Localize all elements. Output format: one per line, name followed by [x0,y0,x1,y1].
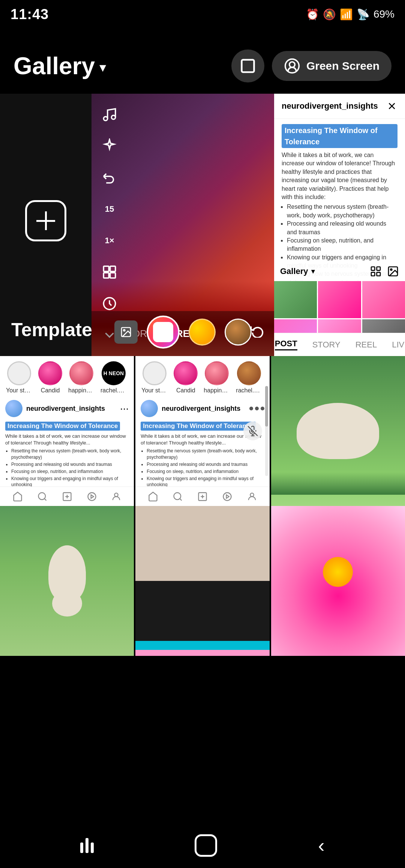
post-username: neurodivergent_insights [282,101,378,111]
candid-circle-mid[interactable] [174,361,198,385]
cat-body-upright [48,545,86,602]
music-toolbar-icon[interactable] [99,104,120,125]
avatar-small-2 [225,319,252,346]
timer-value-text: 15 [105,204,114,214]
record-button[interactable] [147,316,180,349]
mini-thumb-flower1[interactable] [318,281,361,318]
happiness-circle-mid[interactable] [205,361,229,385]
nav-menu-button[interactable] [80,838,94,853]
home-icon-mid [148,491,158,502]
nav-home-button[interactable] [195,834,217,857]
tab-post[interactable]: POST [275,339,297,350]
content-area: Templates [0,94,405,656]
effects-toolbar-icon[interactable] [99,136,120,157]
home-icon [12,491,23,502]
search-icon [37,491,48,502]
your-story-circle-mid[interactable] [142,361,166,385]
candid-story-circle[interactable] [38,361,62,385]
svg-point-33 [223,492,231,500]
cell-camera-view[interactable]: 15 1× [92,94,274,356]
nav-back-button[interactable]: ‹ [318,834,324,857]
ig-add-icon-btn[interactable] [60,490,74,503]
scroll-indicator [265,386,268,476]
svg-point-35 [250,493,254,496]
tab-post-live[interactable]: LIV [392,340,404,350]
gallery-mini-button[interactable] [114,320,138,344]
add-icon [25,200,66,241]
ig-profile-icon-mid[interactable] [245,490,259,503]
ig-search-icon-mid[interactable] [171,490,184,503]
ig-title-highlight-middle: Increasing The Window of Tolerance [141,422,255,431]
story-candid: Candid [38,361,62,394]
ig-home-icon-mid[interactable] [146,490,160,503]
ig-profile-icon-btn[interactable] [110,490,123,503]
avatar-small-1 [189,319,216,346]
image-icon [120,326,132,338]
svg-line-21 [44,498,46,500]
gallery-overlay-label: Gallery [280,266,308,276]
story-your-story-mid: Your story [141,361,168,394]
ig-more-button-left[interactable]: ··· [120,403,129,415]
gallery-chevron-icon: ▾ [311,267,315,275]
chevron-down-icon: ▾ [99,60,106,75]
gallery-title-group[interactable]: Gallery ▾ [14,52,106,80]
cell-split-bg [135,506,269,656]
square-icon-button[interactable] [231,49,264,82]
cell-add-templates[interactable]: Templates [0,94,92,356]
post-title-highlight: Increasing The Window of Tolerance [282,124,398,148]
happiness-story-circle[interactable] [69,361,93,385]
svg-marker-26 [91,495,93,498]
row2-grid: Your story Candid happinestne... H NEON … [0,356,405,506]
camera-toolbar: 15 1× [99,104,120,346]
wifi-icon: 📶 [340,8,353,21]
mini-thumb-cat[interactable] [274,281,317,318]
mute-badge[interactable] [243,422,262,440]
battery-indicator: 69% [374,8,394,20]
your-story-circle[interactable] [7,361,31,385]
ig-more-button-middle[interactable] [249,407,264,410]
cell-cat-upright [0,506,134,656]
ig-post-cell-left: Your story Candid happinestne... H NEON … [0,356,134,506]
story-name-happiness: happinestne... [68,387,94,394]
layout-toolbar-icon[interactable] [99,262,120,283]
dot1 [249,407,253,410]
nav-bar: ‹ [0,823,405,868]
reels-icon [87,491,97,502]
undo-icon [102,170,117,186]
ig-add-icon-mid[interactable] [196,490,209,503]
gallery-icon-1[interactable] [370,265,382,277]
ig-post-header-middle: neurodivergent_insights [135,398,269,419]
undo-toolbar-icon[interactable] [99,167,120,188]
story-your-story: Your story [6,361,32,394]
story-happiness-mid: happinestne... [204,361,230,394]
timer-toolbar-icon[interactable]: 15 [99,199,120,220]
speed-toolbar-icon[interactable]: 1× [99,230,120,251]
mini-thumb-flower2[interactable] [362,281,405,318]
music-note-icon [102,107,117,123]
ig-avatar-middle [141,400,158,417]
rachel-circle-mid[interactable] [237,361,261,385]
cat-lying-shape [297,403,379,459]
ig-home-icon[interactable] [11,490,24,503]
ig-reels-icon-btn[interactable] [85,490,99,503]
add-icon-mid [197,491,208,502]
ig-post-header-left: neurodivergent_insights ··· [0,398,134,419]
neon-story-circle[interactable]: H NEON [102,361,126,385]
svg-rect-7 [104,273,109,278]
status-icons: ⏰ 🔕 📶 📡 69% [306,8,394,21]
ig-search-icon-btn[interactable] [36,490,49,503]
gallery-label: Gallery [14,52,95,80]
svg-point-3 [104,117,108,121]
green-screen-button[interactable]: Green Screen [272,51,392,81]
profile-icon-mid [247,491,257,502]
ig-username-left: neurodivergent_insights [26,405,105,413]
post-close-icon[interactable] [386,100,398,112]
svg-rect-8 [110,273,116,278]
tab-post-story[interactable]: STORY [312,340,340,350]
volume-mute-icon [248,426,258,436]
ig-reels-icon-mid[interactable] [220,490,234,503]
gallery-overlay-header: Gallery ▾ [274,262,405,281]
tab-post-reel[interactable]: REEL [356,340,377,350]
record-row [114,316,252,349]
gallery-icon-2[interactable] [387,265,399,277]
